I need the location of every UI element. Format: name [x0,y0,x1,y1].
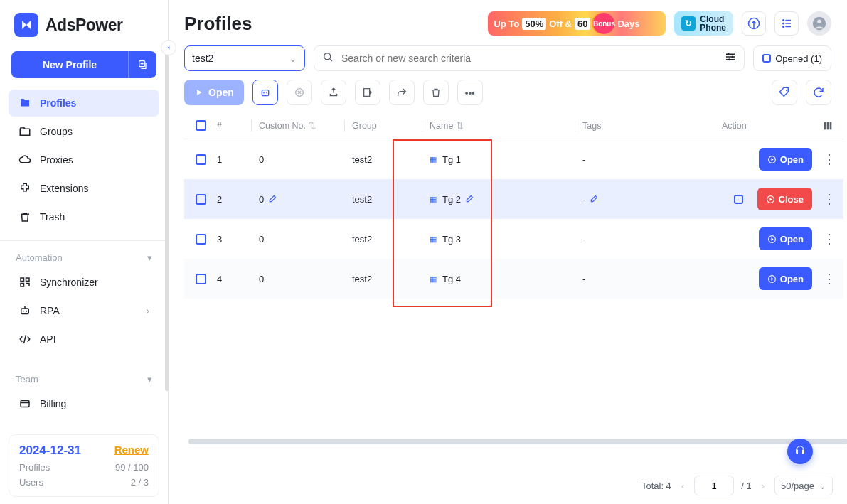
opened-label: Opened (1) [775,53,822,64]
rpa-icon [18,304,31,317]
row-open-button[interactable]: Open [759,148,812,171]
table-row[interactable]: 40test2▦Tg 4- Open⋮ [184,259,843,299]
row-close-button[interactable]: Close [757,188,812,210]
edit-icon[interactable] [590,193,600,205]
new-profile-aux-button[interactable] [128,51,156,78]
sidebar-item-label: Profiles [40,97,76,109]
cell-group: test2 [352,194,422,205]
section-automation[interactable]: Automation ▾ [0,245,168,266]
refresh-button[interactable] [806,80,831,105]
bulk-more-button[interactable]: ••• [457,80,483,105]
row-checkbox[interactable] [196,154,206,165]
user-avatar[interactable] [807,11,831,36]
profiles-icon [18,97,31,109]
sidebar-item-extensions[interactable]: Extensions [9,175,159,202]
sidebar-item-label: Groups [40,126,73,137]
pager-page-total: / 1 [741,481,751,491]
edit-icon[interactable] [268,193,278,205]
bulk-open-label: Open [208,87,234,98]
promo-cloud-phone[interactable]: ↻ Cloud Phone [674,11,733,36]
svg-point-3 [26,311,27,312]
sidebar-item-profiles[interactable]: Profiles [9,90,159,117]
row-open-button[interactable]: Open [759,227,812,250]
svg-point-6 [782,19,784,21]
row-checkbox[interactable] [196,194,206,205]
pager-prev[interactable]: ‹ [678,481,687,491]
section-team[interactable]: Team ▾ [0,367,168,387]
bulk-open-button[interactable]: Open [184,80,244,105]
renew-link[interactable]: Renew [114,444,149,456]
promo-pct: 50% [522,18,546,30]
sidebar-item-proxies[interactable]: Proxies [9,146,159,173]
sidebar-scrollbar[interactable] [165,43,169,391]
row-more-button[interactable]: ⋮ [821,191,838,207]
col-group[interactable]: Group [352,121,422,131]
sort-icon: ⇅ [309,120,316,131]
bulk-import-button[interactable] [355,80,380,105]
svg-rect-4 [21,401,29,407]
header-tasks-button[interactable] [774,11,799,36]
plan-users-label: Users [19,477,43,488]
table-row[interactable]: 30test2▦Tg 3- Open⋮ [184,219,843,259]
select-all-checkbox[interactable] [196,120,206,131]
cell-index: 1 [217,154,251,165]
svg-point-15 [728,53,730,55]
sidebar: AdsPower New Profile Profiles Groups Pro… [0,0,169,504]
synchronizer-icon [18,276,31,289]
header-sync-button[interactable] [742,11,766,36]
row-more-button[interactable]: ⋮ [821,271,838,286]
promo-text: Days [617,18,639,29]
sidebar-collapse-button[interactable] [161,40,176,55]
table-row[interactable]: 10test2▦Tg 1- Open⋮ [184,139,843,179]
svg-point-10 [782,26,784,28]
svg-point-13 [817,20,821,24]
row-more-button[interactable]: ⋮ [821,231,838,247]
column-chooser-button[interactable] [822,120,843,132]
pager-page-input[interactable] [694,476,734,495]
pager-next[interactable]: › [759,481,767,491]
row-more-button[interactable]: ⋮ [821,151,838,167]
row-checkbox[interactable] [196,274,206,284]
pager-per-page-select[interactable]: 50/page ⌄ [774,476,833,495]
edit-icon[interactable] [465,193,475,205]
bulk-export-button[interactable] [321,80,346,105]
bulk-delete-button[interactable] [423,80,449,105]
cell-tags: - [582,193,722,205]
col-index[interactable]: # [217,121,251,131]
search-icon [321,50,334,66]
group-filter-value: test2 [192,53,213,64]
pagination: Total: 4 ‹ / 1 › 50/page ⌄ [641,476,833,495]
tag-button[interactable] [772,80,797,105]
table-row[interactable]: 20test2▦Tg 2- Close⋮ [184,179,843,219]
trash-icon [18,210,31,223]
sidebar-item-groups[interactable]: Groups [9,118,159,145]
col-custom-no[interactable]: Custom No.⇅ [259,120,344,131]
horizontal-scrollbar[interactable] [188,439,847,444]
group-filter-select[interactable]: test2 ⌄ [184,45,305,71]
row-open-button[interactable]: Open [759,267,812,290]
api-icon [18,333,31,345]
sidebar-item-label: Synchronizer [40,277,98,288]
col-name[interactable]: Name⇅ [430,120,575,131]
search-settings-icon[interactable] [724,50,737,66]
opened-filter-button[interactable]: Opened (1) [753,45,831,71]
col-action: Action [722,121,822,131]
brand-name: AdsPower [46,16,122,35]
sidebar-item-label: RPA [40,305,60,316]
col-tags[interactable]: Tags [582,121,722,131]
new-profile-button[interactable]: New Profile [11,51,128,78]
sidebar-item-billing[interactable]: Billing [9,390,159,417]
bulk-share-button[interactable] [389,80,415,105]
sidebar-item-synchronizer[interactable]: Synchronizer [9,269,159,296]
promo-discount-banner[interactable]: Up To 50% Off & 60 Bonus Days [488,11,666,36]
square-icon [762,54,771,63]
search-input[interactable] [341,53,717,64]
bulk-close-button[interactable] [287,80,312,105]
bulk-pause-button[interactable] [252,80,278,105]
cloud-phone-icon: ↻ [681,16,696,31]
sidebar-item-api[interactable]: API [9,326,159,353]
row-checkbox[interactable] [196,234,206,245]
support-fab-button[interactable] [787,439,813,464]
sidebar-item-trash[interactable]: Trash [9,203,159,230]
sidebar-item-rpa[interactable]: RPA › [9,297,159,324]
